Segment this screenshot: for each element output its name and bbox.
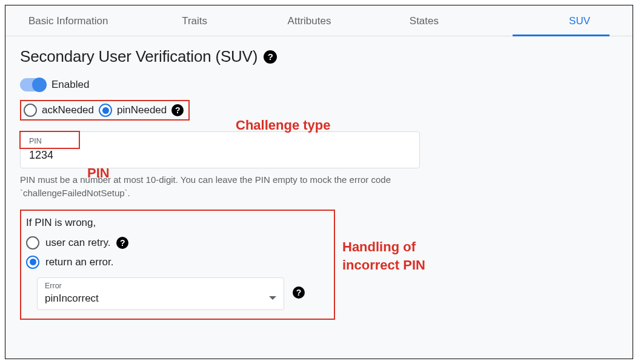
pin-helper-text: PIN must be a number at most 10-digit. Y… [20, 173, 420, 200]
radio-return-error[interactable] [26, 256, 39, 269]
radio-retry-label: user can retry. [45, 237, 110, 249]
pin-input[interactable]: PIN 1234 [20, 131, 420, 168]
help-icon[interactable]: ? [171, 104, 184, 116]
help-icon[interactable]: ? [264, 50, 277, 64]
radio-ack-needed-label: ackNeeded [42, 104, 94, 116]
enabled-label: Enabled [52, 79, 89, 91]
pin-value: 1234 [29, 149, 411, 162]
radio-user-can-retry[interactable] [26, 236, 39, 250]
enabled-toggle[interactable] [20, 78, 45, 91]
tab-attributes[interactable]: Attributes [252, 5, 367, 36]
help-icon[interactable]: ? [116, 237, 128, 249]
app-frame: Basic Information Traits Attributes Stat… [5, 5, 633, 359]
wrong-pin-group: If PIN is wrong, user can retry. ? retur… [20, 210, 335, 320]
radio-pin-needed-label: pinNeeded [117, 104, 167, 116]
chevron-down-icon [269, 296, 276, 300]
tab-suv[interactable]: SUV [482, 5, 626, 36]
radio-row-retry: user can retry. ? [26, 236, 327, 250]
enabled-toggle-row: Enabled [20, 78, 618, 91]
annotation-pin: PIN [87, 165, 110, 181]
error-select[interactable]: Error pinIncorrect [37, 277, 284, 310]
error-select-value: pinIncorrect [45, 293, 99, 305]
tab-states[interactable]: States [367, 5, 481, 36]
tab-content: Secondary User Verification (SUV) ? Enab… [5, 36, 633, 331]
tab-traits[interactable]: Traits [137, 5, 251, 36]
radio-error-label: return an error. [45, 256, 113, 268]
pin-section: PIN 1234 PIN must be a number at most 10… [20, 131, 618, 200]
tabs-bar: Basic Information Traits Attributes Stat… [5, 5, 633, 36]
error-select-row: Error pinIncorrect ? [26, 275, 327, 310]
radio-row-return-error: return an error. [26, 256, 327, 269]
wrong-pin-prompt: If PIN is wrong, [26, 217, 327, 229]
page-title: Secondary User Verification (SUV) [20, 47, 258, 66]
radio-ack-needed[interactable] [24, 104, 37, 117]
toggle-knob [32, 78, 47, 92]
annotation-handling: Handling ofincorrect PIN [342, 238, 425, 274]
annotation-challenge-type: Challenge type [236, 117, 330, 133]
tab-basic-information[interactable]: Basic Information [12, 5, 137, 36]
page-title-row: Secondary User Verification (SUV) ? [20, 47, 618, 66]
error-select-label: Error [45, 282, 99, 290]
challenge-type-group: ackNeeded pinNeeded ? [20, 100, 190, 121]
pin-floating-label: PIN [29, 137, 411, 145]
help-icon[interactable]: ? [293, 286, 305, 299]
radio-pin-needed[interactable] [99, 104, 112, 117]
